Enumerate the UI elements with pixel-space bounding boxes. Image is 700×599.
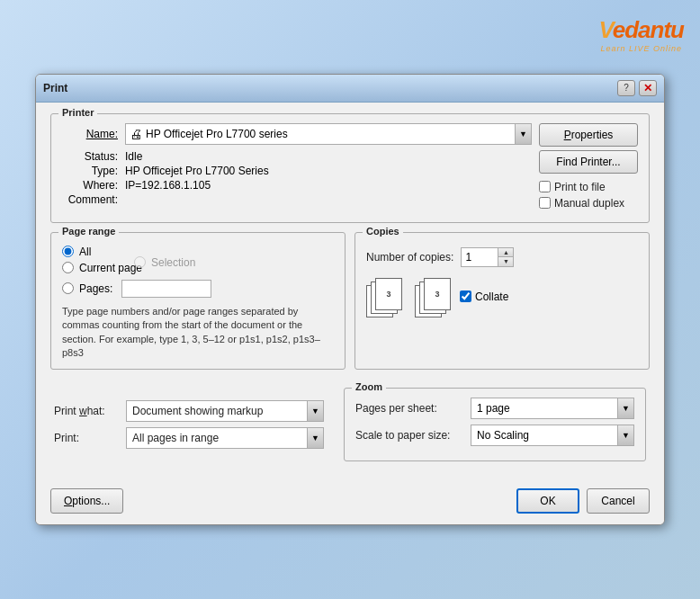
print-to-file-checkbox[interactable] (539, 181, 551, 192)
selection-radio[interactable] (134, 256, 146, 268)
copies-title: Copies (363, 226, 403, 237)
cancel-button[interactable]: Cancel (587, 488, 650, 514)
spinner-down[interactable]: ▼ (498, 257, 513, 266)
selection-radio-row: Selection (134, 256, 334, 269)
manual-duplex-row: Manual duplex (539, 197, 638, 210)
page-sheet-3: 3 (375, 278, 402, 310)
printer-group-title: Printer (58, 107, 97, 118)
close-button[interactable]: ✕ (639, 80, 657, 96)
where-label: Where: (62, 179, 125, 192)
logo-tagline: Learn LIVE Online (598, 44, 684, 54)
logo-brand: Vedantu (598, 16, 684, 44)
printer-name-dropdown[interactable]: 🖨 HP Officejet Pro L7700 series ▼ (125, 123, 532, 145)
vedantu-logo: Vedantu Learn LIVE Online (598, 16, 684, 54)
options-label-rest: ptions... (72, 495, 110, 507)
properties-button[interactable]: Properties (539, 123, 638, 147)
print-select[interactable]: All pages in range ▼ (126, 427, 324, 449)
printer-dropdown-inner: 🖨 HP Officejet Pro L7700 series (126, 127, 515, 141)
pages-radio[interactable] (62, 282, 74, 294)
manual-duplex-label: Manual duplex (554, 197, 624, 210)
middle-section: Page range All Current page Selection (50, 232, 650, 380)
collate-checkbox-row: Collate (460, 291, 508, 303)
manual-duplex-checkbox[interactable] (539, 197, 551, 209)
properties-rest: roperties (571, 129, 614, 141)
selection-label: Selection (151, 256, 195, 269)
print-what-label: Print what: (54, 405, 126, 417)
ok-button[interactable]: OK (516, 488, 579, 514)
type-label: Type: (62, 165, 125, 177)
ok-cancel-buttons: OK Cancel (516, 488, 650, 514)
print-value: All pages in range (127, 432, 307, 444)
pages-per-sheet-label: Pages per sheet: (355, 402, 463, 415)
dialog-footer: Options... OK Cancel (36, 481, 664, 524)
zoom-title: Zoom (352, 381, 386, 392)
page-range-help: Type page numbers and/or page ranges sep… (62, 305, 334, 361)
copies-input[interactable] (462, 248, 498, 266)
find-printer-button[interactable]: Find Printer... (539, 150, 638, 174)
print-to-file-row: Print to file (539, 181, 638, 193)
zoom-group: Zoom Pages per sheet: 1 page ▼ Scale to … (344, 388, 646, 461)
title-bar-controls: ? ✕ (617, 80, 657, 96)
printer-name-label: Name: (62, 128, 125, 140)
dialog-body: Printer Name: 🖨 HP Officejet Pro L7700 s… (36, 103, 664, 482)
current-page-label: Current page (79, 262, 142, 274)
pages-row: Pages: (62, 280, 334, 298)
options-button[interactable]: Options... (50, 488, 123, 514)
page-sheet-6: 3 (424, 278, 451, 310)
num-copies-row: Number of copies: ▲ ▼ (366, 247, 638, 267)
all-radio[interactable] (62, 246, 74, 257)
page-range-group: Page range All Current page Selection (50, 232, 346, 371)
printer-type-row: Type: HP Officejet Pro L7700 Series (62, 165, 532, 177)
title-bar: Print ? ✕ (36, 75, 664, 103)
print-rows: Print what: Document showing markup ▼ Pr… (54, 400, 333, 449)
print-what-row: Print what: Document showing markup ▼ (54, 400, 333, 422)
type-value: HP Officejet Pro L7700 Series (125, 165, 269, 177)
spinner-up[interactable]: ▲ (498, 248, 513, 258)
scale-arrow[interactable]: ▼ (617, 425, 633, 445)
copies-inner: Number of copies: ▲ ▼ (366, 242, 638, 317)
status-label: Status: (62, 150, 125, 163)
copies-spinner[interactable]: ▲ ▼ (461, 247, 514, 267)
num-copies-label: Number of copies: (366, 251, 453, 264)
where-value: IP=192.168.1.105 (125, 179, 211, 192)
collate-stack-2: 1 2 3 (415, 276, 449, 317)
print-what-select[interactable]: Document showing markup ▼ (126, 400, 324, 422)
printer-dropdown-arrow[interactable]: ▼ (515, 124, 531, 144)
print-dialog: Print ? ✕ Printer Name: 🖨 HP O (35, 74, 665, 526)
collate-stack-1: 1 2 3 (366, 276, 400, 317)
dialog-title: Print (43, 82, 67, 94)
spinner-buttons: ▲ ▼ (498, 248, 513, 266)
collate-checkbox[interactable] (460, 291, 471, 302)
printer-group: Printer Name: 🖨 HP Officejet Pro L7700 s… (50, 113, 650, 223)
help-button[interactable]: ? (617, 80, 635, 96)
copies-group: Copies Number of copies: ▲ ▼ (354, 232, 650, 371)
find-printer-label: Find Printer... (556, 156, 620, 168)
pages-per-sheet-row: Pages per sheet: 1 page ▼ (355, 398, 634, 419)
pages-per-sheet-select[interactable]: 1 page ▼ (471, 398, 634, 419)
printer-where-row: Where: IP=192.168.1.105 (62, 179, 532, 192)
print-what-arrow[interactable]: ▼ (307, 401, 323, 421)
print-what-section: Print what: Document showing markup ▼ Pr… (50, 388, 650, 461)
printer-name-col: Name: 🖨 HP Officejet Pro L7700 series ▼ … (62, 123, 532, 208)
printer-icon: 🖨 (130, 127, 142, 141)
printer-name-value: HP Officejet Pro L7700 series (146, 128, 288, 140)
scale-label: Scale to paper size: (355, 429, 463, 442)
pages-per-sheet-value: 1 page (471, 402, 617, 415)
scale-row: Scale to paper size: No Scaling ▼ (355, 425, 634, 446)
scale-select[interactable]: No Scaling ▼ (471, 425, 634, 446)
print-label: Print: (54, 432, 126, 444)
properties-underline: P (564, 129, 571, 141)
all-label: All (79, 246, 91, 258)
print-to-file-label: Print to file (554, 181, 606, 193)
collate-icons: 1 2 3 1 2 3 (366, 276, 449, 317)
printer-buttons-col: Properties Find Printer... Print to file (539, 123, 638, 210)
collate-label: Collate (475, 291, 508, 303)
pages-input[interactable] (121, 280, 211, 298)
print-arrow[interactable]: ▼ (307, 428, 323, 448)
print-what-value: Document showing markup (127, 405, 307, 417)
printer-comment-row: Comment: (62, 193, 532, 206)
collate-section: 1 2 3 1 2 3 (366, 276, 638, 317)
pages-per-sheet-arrow[interactable]: ▼ (617, 398, 633, 418)
status-value: Idle (125, 150, 142, 163)
current-page-radio[interactable] (62, 262, 74, 273)
